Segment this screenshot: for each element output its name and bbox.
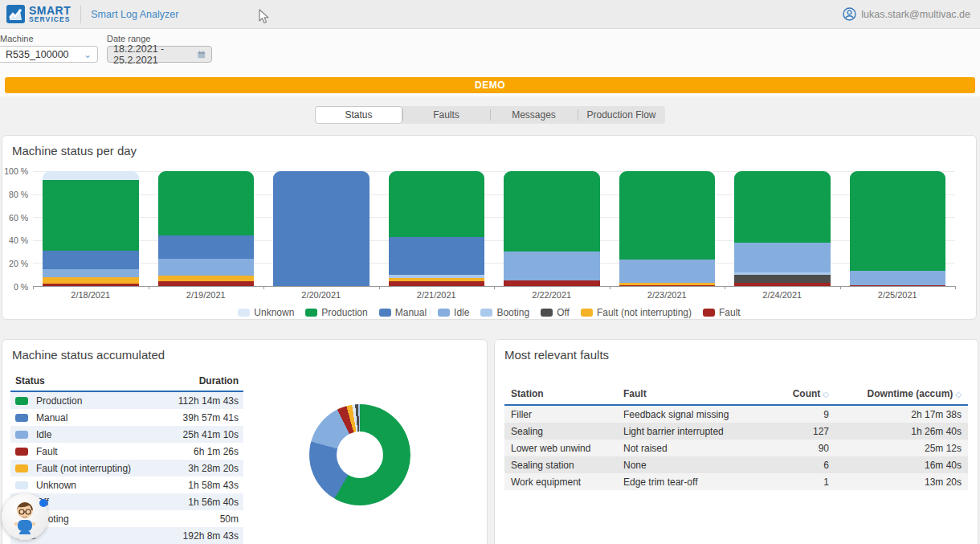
- fault-downtime: 25m 12s: [829, 443, 962, 454]
- sort-icon: ◇: [823, 390, 829, 399]
- legend-item-production: Production: [305, 307, 367, 318]
- bar-segment-fault: [158, 281, 255, 286]
- fault-count: 9: [757, 409, 829, 420]
- chevron-down-icon: ⌄: [84, 50, 92, 59]
- tab-faults[interactable]: Faults: [402, 106, 490, 124]
- chart-title: Machine status per day: [12, 144, 137, 157]
- bar-segment-fault: [43, 284, 139, 286]
- status-duration: 6h 1m 26s: [194, 446, 239, 457]
- assistant-widget[interactable]: [2, 493, 48, 540]
- legend-item-idle: Idle: [438, 307, 469, 318]
- x-tick-label: 2/24/2021: [725, 290, 840, 300]
- tab-messages[interactable]: Messages: [490, 106, 578, 124]
- status-row-idle: Idle25h 41m 10s: [10, 426, 243, 443]
- user-account[interactable]: lukas.stark@multivac.de: [843, 7, 970, 21]
- stacked-bar-2/25/2021[interactable]: [850, 171, 946, 286]
- bar-segment-off: [734, 275, 831, 283]
- brand-text: SMART SERVICES: [29, 5, 71, 23]
- fault-count: 127: [757, 426, 829, 437]
- status-name: Idle: [36, 429, 51, 440]
- fault-row: Work equipmentEdge trim tear-off113m 20s: [504, 473, 968, 490]
- legend-swatch: [379, 309, 391, 317]
- sort-icon: ◇: [955, 390, 962, 399]
- faults-title: Most relevant faults: [504, 348, 609, 362]
- fault-count: 90: [757, 443, 829, 454]
- stacked-bar-2/18/2021[interactable]: [43, 171, 139, 286]
- brand-logo[interactable]: SMART SERVICES: [6, 5, 71, 23]
- y-tick-label: 100 %: [4, 166, 28, 176]
- legend-swatch: [581, 309, 593, 317]
- brand-line2: SERVICES: [29, 16, 71, 23]
- machine-select[interactable]: R535_100000 ⌄: [0, 46, 98, 63]
- fault-station: Filler: [511, 409, 623, 420]
- fault-station: Work equipment: [511, 477, 623, 488]
- status-row-fault-not-interrupting-: Fault (not interrupting)3h 28m 20s: [10, 460, 243, 477]
- bar-slot-2/18/2021: [33, 171, 149, 286]
- status-name: Fault (not interrupting): [36, 463, 131, 474]
- top-bar: SMART SERVICES Smart Log Analyzer lukas.…: [0, 0, 980, 29]
- bar-segment-idle: [43, 269, 139, 277]
- status-duration: 50m: [220, 513, 239, 525]
- assistant-notification-dot: [39, 499, 47, 507]
- column-header-status: Status: [15, 375, 45, 387]
- fault-description: Not raised: [623, 443, 757, 454]
- legend-item-booting: Booting: [480, 307, 529, 318]
- y-tick-label: 0 %: [14, 282, 28, 292]
- bar-slot-2/20/2021: [263, 171, 379, 286]
- legend-label: Off: [557, 307, 570, 318]
- stacked-bar-2/23/2021[interactable]: [619, 171, 716, 286]
- axis-tick: [610, 286, 610, 289]
- tab-status[interactable]: Status: [315, 106, 402, 124]
- status-row-fault: Fault6h 1m 26s: [10, 443, 243, 460]
- stacked-bar-2/19/2021[interactable]: [158, 171, 255, 286]
- bar-slot-2/24/2021: [725, 171, 840, 286]
- status-duration: 25h 41m 10s: [183, 429, 239, 440]
- legend-item-fault-not-interrupting-: Fault (not interrupting): [581, 307, 692, 318]
- fault-downtime: 16m 40s: [829, 460, 962, 471]
- legend-label: Manual: [395, 307, 427, 318]
- status-name: Fault: [36, 446, 58, 457]
- bar-segment-production: [734, 171, 831, 243]
- axis-tick: [149, 286, 149, 289]
- stacked-bar-2/24/2021[interactable]: [734, 171, 831, 286]
- bar-slot-2/21/2021: [379, 171, 495, 286]
- stacked-bar-2/21/2021[interactable]: [389, 171, 485, 286]
- chart-legend: UnknownProductionManualIdleBootingOffFau…: [2, 307, 976, 318]
- legend-item-off: Off: [541, 307, 570, 318]
- legend-swatch: [238, 309, 250, 317]
- smart-services-logo-icon: [6, 5, 25, 23]
- fault-description: Light barrier interrupted: [623, 426, 757, 437]
- legend-item-fault: Fault: [703, 307, 741, 318]
- x-tick-label: 2/20/2021: [263, 290, 379, 300]
- tab-bar: StatusFaultsMessagesProduction Flow: [315, 106, 665, 124]
- machine-label: Machine: [0, 34, 98, 43]
- x-axis-labels: 2/18/20212/19/20212/20/20212/21/20212/22…: [33, 290, 955, 300]
- column-header-count[interactable]: Count◇: [757, 388, 829, 399]
- most-relevant-faults-card: Most relevant faults StationFaultCount◇D…: [494, 339, 978, 544]
- date-range-input[interactable]: 18.2.2021 - 25.2.2021: [107, 46, 212, 63]
- status-swatch: [15, 431, 28, 439]
- bar-slot-2/23/2021: [610, 171, 725, 286]
- accumulated-title: Machine status accumulated: [12, 348, 165, 362]
- axis-tick: [33, 286, 34, 289]
- stacked-bar-2/22/2021[interactable]: [504, 171, 600, 286]
- date-range-filter: Date range 18.2.2021 - 25.2.2021: [107, 34, 212, 63]
- y-tick-label: 80 %: [9, 190, 28, 199]
- legend-label: Production: [321, 307, 367, 318]
- x-tick-label: 2/25/2021: [840, 290, 956, 300]
- fault-count: 1: [757, 477, 829, 488]
- bar-segment-production: [619, 171, 716, 260]
- bar-segment-manual: [158, 235, 255, 259]
- stacked-bar-2/20/2021[interactable]: [273, 171, 370, 286]
- fault-station: Sealing station: [511, 460, 623, 471]
- column-header-duration: Duration: [199, 375, 239, 387]
- column-header-downtime-accum-[interactable]: Downtime (accum)◇: [829, 388, 962, 399]
- tab-production-flow[interactable]: Production Flow: [578, 106, 665, 124]
- status-donut-chart: [309, 404, 410, 505]
- bar-segment-fault: [734, 283, 831, 286]
- status-swatch: [15, 414, 28, 422]
- status-name: Manual: [36, 412, 67, 423]
- total-value: 192h 8m 43s: [183, 530, 239, 542]
- x-tick-label: 2/23/2021: [610, 290, 725, 300]
- assistant-character-icon: [7, 498, 43, 535]
